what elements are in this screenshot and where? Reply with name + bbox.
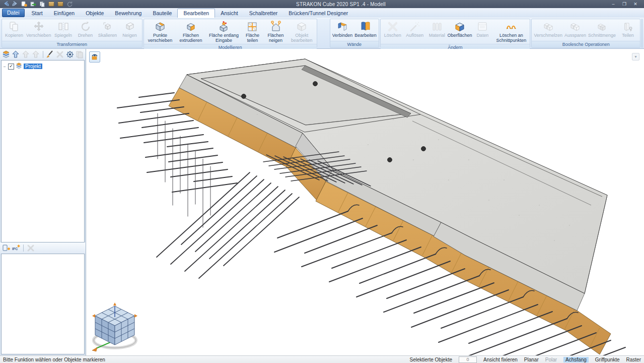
qat-library-alt-icon[interactable] bbox=[56, 1, 64, 8]
x-mark-icon bbox=[387, 20, 399, 33]
ribbon-button-label: Punkte verschieben bbox=[146, 33, 175, 43]
list-toolbar: IFC bbox=[0, 243, 86, 254]
eye-box-icon bbox=[91, 53, 98, 60]
detail-list-panel[interactable] bbox=[1, 254, 85, 354]
main-area: − ✓ Projekt IFC bbox=[0, 49, 644, 355]
project-tree-panel[interactable]: − ✓ Projekt bbox=[1, 60, 85, 243]
ribbon-group-buttons: VerbindenBearbeiten bbox=[330, 19, 379, 41]
nav-arrow-sw[interactable] bbox=[92, 347, 97, 351]
ribbon-button-loeschen-an-schnittpunkten[interactable]: Löschen an Schnittpunkten bbox=[493, 20, 529, 43]
copy-icon bbox=[8, 20, 20, 33]
model-stack-icon[interactable] bbox=[2, 50, 11, 59]
ribbon-button-label: Daten bbox=[476, 33, 488, 38]
status-toggle-achsfang[interactable]: Achsfang bbox=[563, 357, 589, 362]
ribbon-button-label: Fläche entlang Eingabe bbox=[207, 33, 240, 43]
ribbon-button-oberflaechen[interactable]: Oberflächen bbox=[448, 20, 472, 38]
tab-bauteile[interactable]: Bauteile bbox=[147, 9, 177, 18]
ribbon-button-label: Neigen bbox=[122, 33, 137, 38]
tab-start[interactable]: Start bbox=[26, 9, 48, 18]
tab-schalbretter[interactable]: Schalbretter bbox=[244, 9, 283, 18]
ribbon-button-punkte-verschieben[interactable]: Punkte verschieben bbox=[145, 20, 176, 43]
status-toggle-ansicht-fixieren[interactable]: Ansicht fixieren bbox=[483, 357, 518, 362]
tab-bewehrung[interactable]: Bewehrung bbox=[109, 9, 147, 18]
status-toggle-griffpunkte[interactable]: Griffpunkte bbox=[595, 357, 620, 362]
gear-eye-icon[interactable] bbox=[65, 50, 75, 59]
application-window: STRAKON Cube 2020 SP1 .4 - Modell – ❐ ✕ … bbox=[0, 0, 644, 363]
ribbon-button-label: Kopieren bbox=[5, 33, 23, 38]
x-grey-icon bbox=[55, 50, 64, 59]
ribbon-button-material: Material bbox=[426, 20, 448, 38]
ribbon-button-flaeche-entlang-eingabe[interactable]: Fläche entlang Eingabe bbox=[206, 20, 241, 43]
svg-text:IFC: IFC bbox=[12, 247, 18, 251]
ribbon-button-label: Verschmelzen bbox=[534, 33, 562, 38]
ribbon-button-verbinden[interactable]: Verbinden bbox=[331, 20, 354, 38]
quick-access-toolbar bbox=[0, 1, 73, 8]
ribbon-button-label: Drehen bbox=[78, 33, 93, 38]
ribbon-button-flaechen-extrudieren[interactable]: Flächen extrudieren bbox=[175, 20, 206, 43]
ribbon-button-label: Skalieren bbox=[98, 33, 117, 38]
model-viewport[interactable]: ▾ bbox=[86, 49, 644, 355]
selected-objects-label: Selektierte Objekte bbox=[410, 357, 453, 362]
nav-arrow-up[interactable] bbox=[113, 302, 116, 306]
ribbon-button-kopieren: Kopieren bbox=[3, 20, 25, 38]
brush-icon[interactable] bbox=[45, 50, 54, 59]
tree-node-projekt[interactable]: − ✓ Projekt bbox=[2, 60, 84, 72]
qat-page-star-icon[interactable] bbox=[20, 1, 28, 8]
ribbon-button-label: Flächen extrudieren bbox=[176, 33, 205, 43]
viewport-corner-button[interactable]: ▾ bbox=[632, 53, 639, 60]
model-scene[interactable] bbox=[86, 49, 644, 355]
visibility-button[interactable] bbox=[89, 51, 100, 63]
status-toggle-polar: Polar bbox=[545, 357, 557, 362]
scale-icon bbox=[102, 20, 114, 33]
ribbon-button-daten: Daten bbox=[471, 20, 493, 38]
tab-objekte[interactable]: Objekte bbox=[80, 9, 109, 18]
nav-arrow-right[interactable] bbox=[134, 314, 137, 318]
ribbon-button-flaechen-neigen[interactable]: Flächen neigen bbox=[263, 20, 288, 43]
nav-arrow-left[interactable] bbox=[92, 314, 95, 318]
tab-row: DateiStartEinfügenObjekteBewehrungBautei… bbox=[0, 8, 644, 18]
qat-copy-pages-icon[interactable] bbox=[38, 1, 46, 8]
tab-bruecken-tunnel-designer[interactable]: Brücken/Tunnel Designer bbox=[283, 9, 353, 18]
qat-import-green-icon[interactable] bbox=[29, 1, 37, 8]
close-button[interactable]: ✕ bbox=[631, 1, 640, 8]
ribbon-button-label: Bearbeiten bbox=[354, 33, 377, 38]
status-message: Bitte Funktion wählen oder Objekte marki… bbox=[3, 357, 105, 362]
ribbon-group-buttons: LöschenAuflösenMaterialOberflächenDatenL… bbox=[381, 19, 530, 44]
extrude-icon bbox=[185, 20, 197, 33]
status-toggles: Ansicht fixierenPlanarPolarAchsfangGriff… bbox=[483, 357, 641, 362]
tree-expander-icon[interactable]: − bbox=[3, 64, 7, 69]
doc-plus-icon[interactable] bbox=[2, 244, 11, 253]
ribbon-button-bearbeiten[interactable]: Bearbeiten bbox=[353, 20, 378, 38]
bool-intersect-icon bbox=[596, 20, 608, 33]
ribbon-empty-area bbox=[641, 19, 642, 48]
ribbon-group-buttons: KopierenVerschiebenSpiegelnDrehenSkalier… bbox=[2, 19, 142, 41]
arrow-up-blue-icon[interactable] bbox=[12, 50, 21, 59]
toolbar-separator bbox=[23, 245, 24, 252]
qat-library-icon[interactable] bbox=[47, 1, 55, 8]
status-bar: Bitte Funktion wählen oder Objekte marki… bbox=[0, 355, 644, 363]
restore-button[interactable]: ❐ bbox=[620, 1, 629, 8]
navigation-cube[interactable] bbox=[91, 302, 138, 352]
ifc-plus-icon[interactable]: IFC bbox=[12, 244, 21, 253]
window-title: STRAKON Cube 2020 SP1 .4 - Modell bbox=[73, 2, 609, 7]
ribbon-button-aufloesen: Auflösen bbox=[404, 20, 426, 38]
selected-objects-count[interactable] bbox=[459, 356, 477, 363]
minimize-button[interactable]: – bbox=[609, 1, 618, 8]
qat-undo-icon[interactable] bbox=[2, 1, 10, 8]
ribbon-button-schnittmenge: Schnittmenge bbox=[587, 20, 617, 38]
tree-checkbox[interactable]: ✓ bbox=[8, 64, 14, 70]
tree-toolbar bbox=[0, 49, 86, 60]
tree-node-label[interactable]: Projekt bbox=[24, 64, 42, 69]
status-toggle-planar[interactable]: Planar bbox=[524, 357, 539, 362]
ribbon-button-flaeche-teilen[interactable]: Fläche teilen bbox=[241, 20, 263, 43]
tab-bearbeiten[interactable]: Bearbeiten bbox=[177, 9, 215, 18]
ribbon-button-aussparen: Aussparen bbox=[563, 20, 587, 38]
tab-einfuegen[interactable]: Einfügen bbox=[48, 9, 80, 18]
status-toggle-raster[interactable]: Raster bbox=[626, 357, 641, 362]
qat-redo-icon[interactable] bbox=[11, 1, 19, 8]
tab-datei[interactable]: Datei bbox=[2, 9, 25, 17]
tab-ansicht[interactable]: Ansicht bbox=[215, 9, 243, 18]
toolbar-separator bbox=[43, 51, 43, 58]
bool-divide-icon bbox=[622, 20, 634, 33]
face-split-icon bbox=[246, 20, 258, 33]
